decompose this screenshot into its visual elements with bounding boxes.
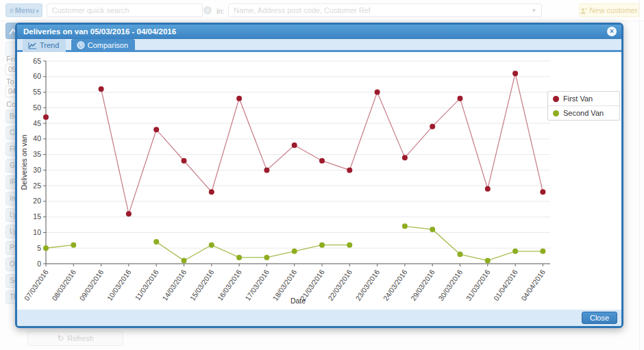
series-line (405, 226, 543, 260)
series-line (46, 245, 73, 249)
data-point[interactable] (512, 71, 518, 76)
data-point[interactable] (182, 258, 187, 263)
data-point[interactable] (347, 167, 352, 173)
y-tick-label: 60 (33, 72, 41, 80)
x-tick-label: 23/03/2016 (354, 268, 381, 302)
dialog-header: Deliveries on van 05/03/2016 - 04/04/201… (17, 25, 621, 39)
data-point[interactable] (458, 251, 463, 257)
data-point[interactable] (43, 114, 49, 120)
y-tick-label: 45 (33, 119, 41, 127)
data-point[interactable] (347, 242, 352, 248)
data-point[interactable] (430, 227, 435, 232)
x-tick-label: 09/03/2016 (77, 268, 105, 302)
legend-label: First Van (563, 95, 593, 103)
y-tick-label: 15 (33, 212, 41, 221)
x-tick-label: 29/03/2016 (409, 268, 436, 302)
x-tick-label: 24/03/2016 (382, 268, 409, 302)
tab-comparison[interactable]: Comparison (71, 39, 135, 52)
data-point[interactable] (458, 96, 463, 101)
y-tick-label: 25 (33, 182, 41, 190)
data-point[interactable] (236, 96, 242, 101)
data-point[interactable] (540, 249, 545, 254)
y-tick-label: 50 (33, 103, 41, 112)
data-point[interactable] (430, 124, 435, 129)
dialog-footer: Close (17, 310, 621, 326)
chart-legend: First VanSecond Van (547, 91, 620, 121)
data-point[interactable] (99, 86, 104, 92)
data-point[interactable] (126, 211, 132, 216)
legend-dot-icon (553, 110, 559, 116)
x-tick-label: 01/04/2016 (492, 268, 519, 302)
data-point[interactable] (319, 242, 325, 248)
data-point[interactable] (153, 239, 159, 245)
y-tick-label: 65 (33, 57, 41, 65)
data-point[interactable] (43, 245, 49, 251)
x-tick-label: 16/03/2016 (216, 268, 243, 302)
dialog-body: Trend Comparison 05101520253035404550556… (17, 39, 621, 310)
x-tick-label: 11/03/2016 (133, 268, 160, 301)
data-point[interactable] (402, 223, 408, 229)
data-point[interactable] (209, 189, 214, 195)
data-point[interactable] (182, 158, 187, 164)
trend-line-icon (28, 42, 37, 49)
y-axis-title: Deliveries on van (20, 135, 28, 190)
data-point[interactable] (264, 255, 269, 260)
y-tick-label: 10 (33, 228, 41, 236)
x-tick-label: 22/03/2016 (326, 268, 354, 302)
series-line (101, 73, 543, 214)
tab-trend[interactable]: Trend (23, 39, 66, 52)
x-tick-label: 17/03/2016 (243, 268, 271, 302)
chart-canvas: 0510152025303540455055606507/03/201608/0… (17, 54, 558, 309)
legend-dot-icon (553, 96, 559, 102)
data-point[interactable] (292, 249, 297, 254)
tab-comparison-label: Comparison (88, 41, 128, 49)
x-tick-label: 08/03/2016 (50, 268, 77, 302)
y-tick-label: 20 (33, 197, 41, 205)
y-tick-label: 35 (33, 150, 41, 158)
data-point[interactable] (209, 242, 214, 248)
legend-label: Second Van (563, 109, 604, 117)
legend-item: First Van (548, 92, 619, 106)
y-tick-label: 0 (37, 260, 41, 268)
deliveries-dialog: Deliveries on van 05/03/2016 - 04/04/201… (15, 23, 623, 328)
data-point[interactable] (485, 186, 491, 192)
data-point[interactable] (540, 189, 545, 195)
data-point[interactable] (485, 258, 491, 263)
y-tick-label: 5 (37, 244, 41, 252)
x-tick-label: 04/04/2016 (519, 268, 547, 302)
data-point[interactable] (264, 167, 269, 173)
tab-trend-label: Trend (40, 41, 59, 49)
y-tick-label: 30 (33, 166, 41, 174)
x-tick-label: 14/03/2016 (160, 268, 188, 302)
data-point[interactable] (402, 155, 408, 160)
close-icon[interactable]: × (607, 27, 617, 36)
data-point[interactable] (292, 142, 297, 148)
legend-item: Second Van (548, 106, 619, 120)
x-axis-title: Date (290, 297, 306, 305)
close-button[interactable]: Close (582, 312, 617, 324)
x-tick-label: 10/03/2016 (106, 268, 133, 302)
y-tick-label: 40 (33, 134, 41, 142)
data-point[interactable] (319, 158, 325, 164)
data-point[interactable] (375, 90, 380, 95)
x-tick-label: 31/03/2016 (464, 268, 491, 302)
x-tick-label: 15/03/2016 (188, 268, 215, 302)
dialog-title: Deliveries on van 05/03/2016 - 04/04/201… (23, 27, 176, 36)
tab-bar: Trend Comparison (17, 39, 621, 52)
y-tick-label: 55 (33, 88, 41, 96)
x-tick-label: 07/03/2016 (23, 268, 50, 302)
x-tick-label: 30/03/2016 (436, 268, 464, 302)
data-point[interactable] (71, 242, 76, 248)
data-point[interactable] (153, 127, 159, 132)
comparison-chart: 0510152025303540455055606507/03/201608/0… (17, 54, 558, 309)
clock-icon (77, 41, 85, 49)
data-point[interactable] (236, 255, 242, 260)
data-point[interactable] (512, 249, 518, 254)
